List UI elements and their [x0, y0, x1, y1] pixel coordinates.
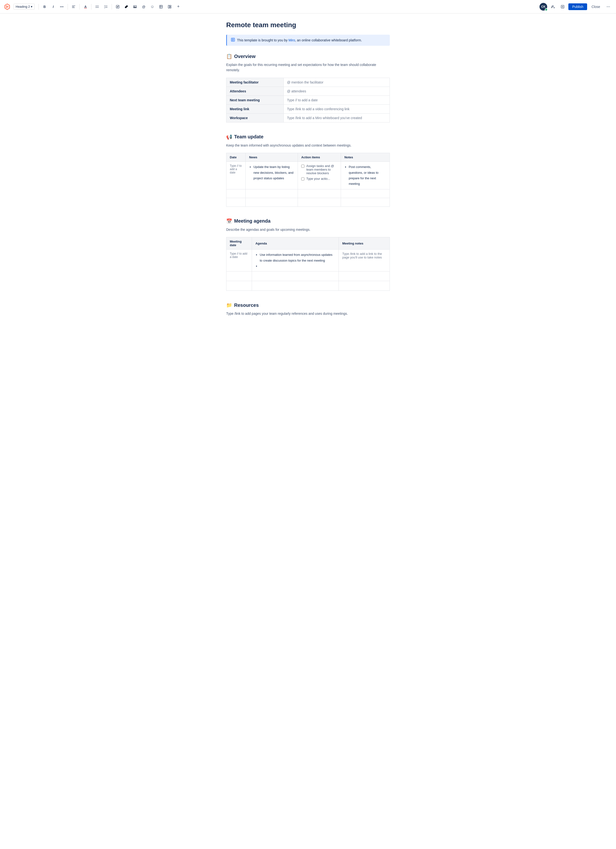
- table-cell-value[interactable]: Type /link to add a Miro whiteboard you'…: [283, 113, 390, 122]
- empty-cell[interactable]: [226, 271, 252, 281]
- insert-more-button[interactable]: +: [174, 3, 182, 10]
- empty-cell[interactable]: [226, 281, 252, 291]
- news-cell[interactable]: Update the team by listing new decisions…: [246, 162, 298, 189]
- meeting-notes-cell[interactable]: Type /link to add a link to the page you…: [339, 250, 390, 271]
- team-update-description: Keep the team informed with asynchronous…: [226, 143, 390, 148]
- svg-point-11: [607, 6, 607, 7]
- checkbox[interactable]: [301, 177, 304, 180]
- overflow-menu-button[interactable]: [604, 3, 612, 10]
- svg-point-13: [609, 6, 610, 7]
- bold-button[interactable]: B: [41, 3, 48, 10]
- table-button[interactable]: [157, 3, 165, 10]
- banner-text: This template is brought to you by Miro,…: [237, 38, 362, 42]
- resources-section: 📁 Resources Type /link to add pages your…: [226, 302, 390, 316]
- svg-point-12: [608, 6, 609, 7]
- empty-cell[interactable]: [339, 271, 390, 281]
- toolbar-divider-3: [79, 4, 80, 10]
- resources-description: Type /link to add pages your team regula…: [226, 311, 390, 316]
- empty-row: [226, 198, 390, 207]
- empty-cell[interactable]: [252, 271, 339, 281]
- notes-cell[interactable]: Post comments, questions, or ideas to pr…: [341, 162, 390, 189]
- overview-section: 📋 Overview Explain the goals for this re…: [226, 54, 390, 122]
- table-row: Workspace Type /link to add a Miro white…: [226, 113, 390, 122]
- empty-cell[interactable]: [252, 281, 339, 291]
- banner-link[interactable]: Miro: [289, 38, 295, 42]
- meeting-agenda-heading: 📅 Meeting agenda: [226, 218, 390, 224]
- svg-rect-6: [168, 5, 170, 8]
- table-cell-label: Workspace: [226, 113, 284, 122]
- more-format-button[interactable]: •••: [58, 3, 66, 10]
- page-title[interactable]: Remote team meeting: [226, 21, 390, 29]
- table-cell-label: Meeting facilitator: [226, 78, 284, 86]
- toolbar-right: CK Publish Close: [540, 3, 612, 10]
- bullet-list-button[interactable]: [93, 3, 101, 10]
- avatar[interactable]: CK: [540, 3, 547, 10]
- empty-cell[interactable]: [339, 281, 390, 291]
- layout-button[interactable]: [166, 3, 174, 10]
- table-header-cell: Action items: [298, 153, 341, 162]
- date-cell[interactable]: Type // to add a date: [226, 162, 246, 189]
- main-content: Remote team meeting D This template is b…: [217, 13, 399, 347]
- list-item: Post comments, questions, or ideas to pr…: [349, 164, 386, 187]
- text-color-button[interactable]: A: [82, 3, 89, 10]
- emoji-button[interactable]: ☺: [149, 3, 156, 10]
- avatar-initials: CK: [542, 5, 546, 8]
- empty-cell[interactable]: [246, 189, 298, 198]
- svg-point-1: [96, 7, 97, 8]
- table-row: Meeting facilitator @ mention the facili…: [226, 78, 390, 86]
- empty-cell[interactable]: [246, 198, 298, 207]
- info-banner: D This template is brought to you by Mir…: [226, 35, 390, 46]
- table-header-cell: Agenda: [252, 237, 339, 250]
- empty-cell[interactable]: [298, 198, 341, 207]
- task-button[interactable]: [114, 3, 122, 10]
- empty-row: [226, 281, 390, 291]
- table-cell-value[interactable]: @ attendees: [283, 86, 390, 95]
- svg-point-0: [96, 6, 97, 6]
- empty-cell[interactable]: [341, 198, 390, 207]
- empty-row: [226, 189, 390, 198]
- meeting-agenda-section: 📅 Meeting agenda Describe the agendas an…: [226, 218, 390, 291]
- action-items-cell[interactable]: Assign tasks and @ team members to resol…: [298, 162, 341, 189]
- chevron-down-icon: ▾: [31, 5, 33, 8]
- image-button[interactable]: [131, 3, 139, 10]
- heading-selector[interactable]: Heading 2 ▾: [13, 4, 35, 10]
- overview-table: Meeting facilitator @ mention the facili…: [226, 78, 390, 122]
- overview-description: Explain the goals for this recurring mee…: [226, 62, 390, 73]
- table-row: Type // to add a dateUpdate the team by …: [226, 162, 390, 189]
- mention-button[interactable]: @: [140, 3, 147, 10]
- team-update-section: 📢 Team update Keep the team informed wit…: [226, 134, 390, 207]
- list-item: [260, 263, 335, 269]
- link-button[interactable]: [122, 3, 130, 10]
- add-collaborator-button[interactable]: [549, 3, 557, 10]
- empty-cell[interactable]: [298, 189, 341, 198]
- close-button[interactable]: Close: [589, 3, 603, 10]
- team-update-icon: 📢: [226, 134, 232, 140]
- publish-button[interactable]: Publish: [568, 3, 587, 10]
- resources-heading: 📁 Resources: [226, 302, 390, 308]
- align-button[interactable]: [70, 3, 77, 10]
- italic-button[interactable]: I: [49, 3, 57, 10]
- agenda-cell[interactable]: Use information learned from asynchronou…: [252, 250, 339, 271]
- svg-rect-3: [134, 6, 137, 8]
- numbered-list-button[interactable]: [102, 3, 110, 10]
- info-icon: D: [231, 37, 235, 43]
- share-button[interactable]: [559, 3, 567, 10]
- app-logo[interactable]: [4, 3, 10, 10]
- svg-text:D: D: [232, 39, 234, 41]
- checkbox-item: Assign tasks and @ team members to resol…: [301, 164, 337, 175]
- empty-row: [226, 271, 390, 281]
- toolbar: Heading 2 ▾ B I ••• A @ ☺ + CK: [0, 0, 616, 13]
- empty-cell[interactable]: [226, 198, 246, 207]
- empty-cell[interactable]: [341, 189, 390, 198]
- table-header-row: DateNewsAction itemsNotes: [226, 153, 390, 162]
- meeting-agenda-description: Describe the agendas and goals for upcom…: [226, 227, 390, 232]
- table-cell-value[interactable]: Type // to add a date: [283, 95, 390, 104]
- table-row: Meeting link Type /link to add a video c…: [226, 104, 390, 113]
- meeting-date-cell[interactable]: Type // to add a date: [226, 250, 252, 271]
- table-cell-value[interactable]: Type /link to add a video conferencing l…: [283, 104, 390, 113]
- table-row: Attendees @ attendees: [226, 86, 390, 95]
- empty-cell[interactable]: [226, 189, 246, 198]
- list-item: Use information learned from asynchronou…: [260, 252, 335, 263]
- checkbox[interactable]: [301, 165, 304, 168]
- table-cell-value[interactable]: @ mention the facilitator: [283, 78, 390, 86]
